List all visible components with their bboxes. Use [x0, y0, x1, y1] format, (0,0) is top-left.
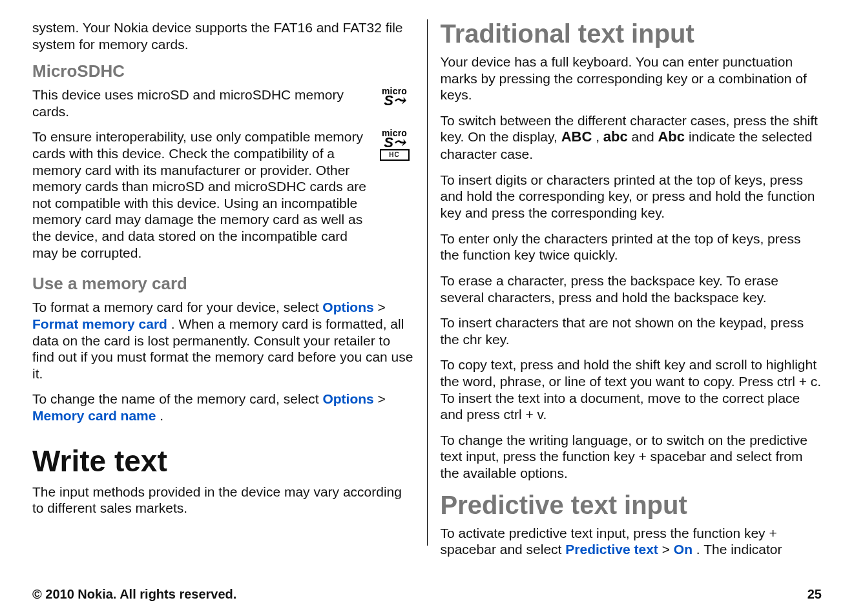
heading-traditional-text-input: Traditional text input: [441, 19, 822, 48]
microsd-icon: micro S⤳: [375, 87, 414, 114]
case-indicator-abc-title-icon: Abc: [658, 128, 685, 145]
text-run: ,: [596, 129, 603, 144]
breadcrumb-separator: >: [662, 542, 674, 557]
text-run: and: [632, 129, 658, 144]
body-text: To change the writing language, or to sw…: [441, 432, 822, 482]
microsd-intro-row: This device uses microSD and microSDHC m…: [32, 87, 414, 128]
text-run: To format a memory card for your device,…: [32, 300, 322, 314]
left-column: system. Your Nokia device supports the F…: [32, 19, 427, 546]
body-text: This device uses microSD and microSDHC m…: [32, 87, 370, 119]
link-predictive-text[interactable]: Predictive text: [565, 542, 658, 557]
body-text: To copy text, press and hold the shift k…: [441, 356, 822, 422]
page-number: 25: [807, 587, 822, 602]
document-page: system. Your Nokia device supports the F…: [0, 0, 854, 616]
body-text: To change the name of the memory card, s…: [32, 391, 414, 424]
link-options[interactable]: Options: [322, 300, 373, 314]
body-text: To activate predictive text input, press…: [441, 525, 822, 558]
icon-label: S⤳: [375, 96, 414, 105]
two-column-layout: system. Your Nokia device supports the F…: [32, 19, 822, 546]
body-text: system. Your Nokia device supports the F…: [32, 19, 414, 52]
body-text: To enter only the characters printed at …: [441, 231, 822, 263]
case-indicator-abc-upper-icon: ABC: [561, 128, 592, 145]
body-text: Your device has a full keyboard. You can…: [441, 54, 822, 103]
body-text: To format a memory card for your device,…: [32, 299, 414, 382]
heading-predictive-text-input: Predictive text input: [441, 491, 822, 520]
interop-row: To ensure interoperability, use only com…: [32, 128, 414, 270]
breadcrumb-separator: >: [378, 391, 386, 406]
heading-write-text: Write text: [32, 444, 414, 478]
link-format-memory-card[interactable]: Format memory card: [32, 316, 167, 331]
hc-badge-icon: HC: [380, 149, 410, 161]
microsd-logo: micro S⤳: [375, 87, 414, 114]
link-on[interactable]: On: [674, 542, 693, 557]
link-memory-card-name[interactable]: Memory card name: [32, 408, 156, 423]
text-run: To change the name of the memory card, s…: [32, 391, 322, 406]
microsdhc-logo: micro S⤳ HC: [375, 128, 414, 156]
text-run: .: [160, 408, 163, 423]
heading-microsdhc: MicroSDHC: [32, 61, 414, 81]
body-text: To insert digits or characters printed a…: [441, 172, 822, 221]
body-text: The input methods provided in the device…: [32, 484, 414, 517]
text-run: . The indicator: [696, 542, 782, 557]
microsdhc-icon: micro S⤳ HC: [375, 128, 414, 156]
heading-use-memory-card: Use a memory card: [32, 274, 414, 294]
icon-label: S⤳: [375, 138, 414, 147]
body-text: To erase a character, press the backspac…: [441, 272, 822, 305]
case-indicator-abc-lower-icon: abc: [603, 128, 628, 145]
page-footer: © 2010 Nokia. All rights reserved. 25: [32, 587, 822, 602]
body-text: To ensure interoperability, use only com…: [32, 128, 370, 261]
copyright-text: © 2010 Nokia. All rights reserved.: [32, 587, 236, 602]
body-text: To switch between the different characte…: [441, 112, 822, 163]
breadcrumb-separator: >: [378, 300, 386, 314]
right-column: Traditional text input Your device has a…: [427, 19, 822, 546]
body-text: To insert characters that are not shown …: [441, 314, 822, 347]
link-options[interactable]: Options: [322, 391, 373, 406]
